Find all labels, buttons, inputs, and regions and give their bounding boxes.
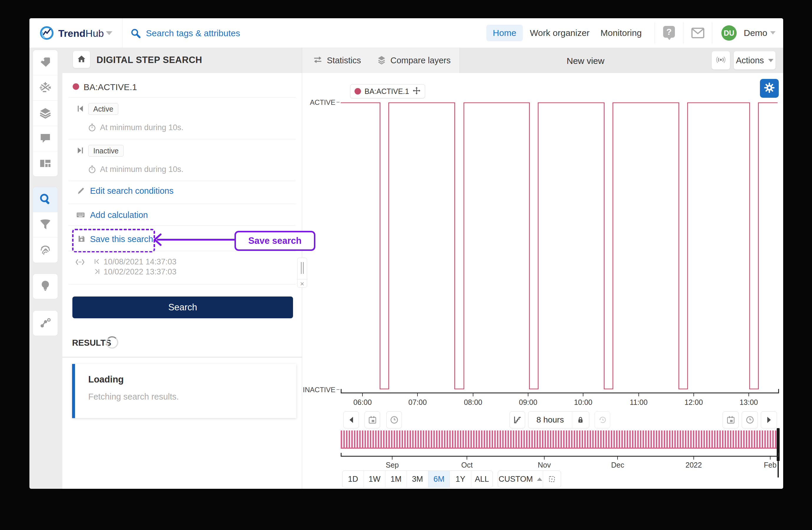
range-end-icon [93,268,101,276]
duration-value[interactable]: 8 hours [528,412,572,428]
tick-mark [693,457,694,460]
lock-icon [576,416,584,424]
range-1y[interactable]: 1Y [450,471,471,487]
history-clock-icon [598,416,607,424]
rail-item-search[interactable] [33,187,58,212]
tick-label: 13:00 [740,398,758,407]
tick-label: Nov [538,461,551,469]
search-icon [130,28,141,40]
range-1d[interactable]: 1D [343,471,364,487]
rail-item-tags[interactable] [33,50,58,75]
search-button[interactable]: Search [72,296,293,318]
nav-work-organizer[interactable]: Work organizer [530,28,590,38]
statistics-label: Statistics [327,56,361,65]
callout-arrow [153,232,235,247]
end-calendar-button[interactable] [723,412,739,429]
context-strip[interactable] [341,431,777,449]
loading-card: Loading Fetching search results. [72,364,296,418]
tick-mark [417,393,418,396]
chart-settings-button[interactable] [760,79,779,98]
range-3m[interactable]: 3M [407,471,429,487]
custom-label: CUSTOM [499,475,533,484]
live-mode-button[interactable] [712,51,730,69]
pencil-icon [76,187,85,197]
user-menu-caret-icon[interactable] [770,31,775,34]
panel-home-button[interactable] [73,51,90,68]
lock-duration-button[interactable] [572,412,589,428]
custom-range-button[interactable]: CUSTOM [498,471,543,487]
results-heading: RESULTS [72,338,111,348]
duration-control: 8 hours [528,412,589,429]
arrow-right-icon [766,416,772,423]
panel-collapse-button[interactable]: × [298,279,307,288]
tick-mark [583,393,583,396]
pan-left-button[interactable] [343,412,359,429]
x-axis-ticks: 06:0007:0008:0009:0010:0011:0012:0013:00 [341,393,778,411]
range-1w[interactable]: 1W [364,471,386,487]
rail-group-context [33,311,58,336]
fit-range-button[interactable] [543,471,561,487]
user-name[interactable]: Demo [744,28,767,38]
edit-search-conditions-link[interactable]: Edit search conditions [90,186,174,196]
divider [69,225,296,226]
loading-spinner-icon [106,336,118,349]
rail-item-comments[interactable] [33,126,58,151]
end-time-button[interactable] [742,412,758,429]
rail-item-insights[interactable] [33,274,58,299]
tick-mark [749,393,749,396]
calendar-icon [726,416,735,424]
rail-item-formulas[interactable] [33,75,58,101]
range-all[interactable]: ALL [471,471,493,487]
statistics-button[interactable]: Statistics [302,48,369,73]
rail-item-network[interactable] [33,311,58,336]
tick-label: 07:00 [408,398,427,407]
range-6m[interactable]: 6M [429,471,450,487]
trendhub-logo-icon [40,26,54,42]
search-input[interactable]: Search tags & attributes [146,28,240,38]
tick-mark [638,393,639,396]
help-icon[interactable]: ? [663,26,675,38]
layers-icon [39,107,52,120]
topbar-divider [122,18,122,48]
divider [69,181,296,181]
save-this-search-link[interactable]: Save this search [90,234,153,244]
stopwatch-icon [88,165,97,175]
actions-label: Actions [736,56,764,65]
brand-dropdown-caret-icon[interactable] [106,31,112,35]
range-1m[interactable]: 1M [386,471,407,487]
legend-chip[interactable]: BA:ACTIVE.1 [350,84,425,98]
brand-bold: Trend [58,28,86,39]
start-time-button[interactable] [386,412,402,429]
tick-label: 10:00 [574,398,593,407]
tick-label: 06:00 [353,398,372,407]
x-axis-endcap [778,389,779,392]
actions-button[interactable]: Actions [734,51,775,69]
step-display-button[interactable] [510,412,525,429]
compare-layers-button[interactable]: Compare layers [368,48,460,73]
mail-icon[interactable] [691,27,705,40]
tick-label: 11:00 [629,398,648,407]
calendar-icon [368,416,377,424]
timeline-endcap [778,453,779,456]
add-calculation-link[interactable]: Add calculation [90,210,148,220]
y-axis-label-inactive: INACTIVE [300,386,335,394]
y-axis-label-active: ACTIVE [300,98,335,107]
move-icon[interactable] [412,86,421,96]
pan-right-button[interactable] [761,412,777,429]
timeline-endcap [341,453,342,456]
panel-splitter-handle[interactable]: × [297,257,307,288]
range-start-value: 10/08/2021 14:37:03 [104,257,176,266]
custom-caret-icon [537,478,542,481]
rail-item-layers[interactable] [33,101,58,126]
nav-monitoring[interactable]: Monitoring [600,28,642,38]
start-calendar-button[interactable] [364,412,380,429]
rail-group-recommendations [33,274,58,299]
rail-item-fingerprint[interactable] [33,238,58,263]
nav-home[interactable]: Home [486,25,523,41]
history-button[interactable] [595,412,610,429]
rail-item-dashboards[interactable] [33,151,58,176]
avatar[interactable]: DU [721,25,737,41]
rail-item-filter[interactable] [33,212,58,238]
topbar-divider [655,23,655,44]
drag-handle-icon [298,258,307,278]
